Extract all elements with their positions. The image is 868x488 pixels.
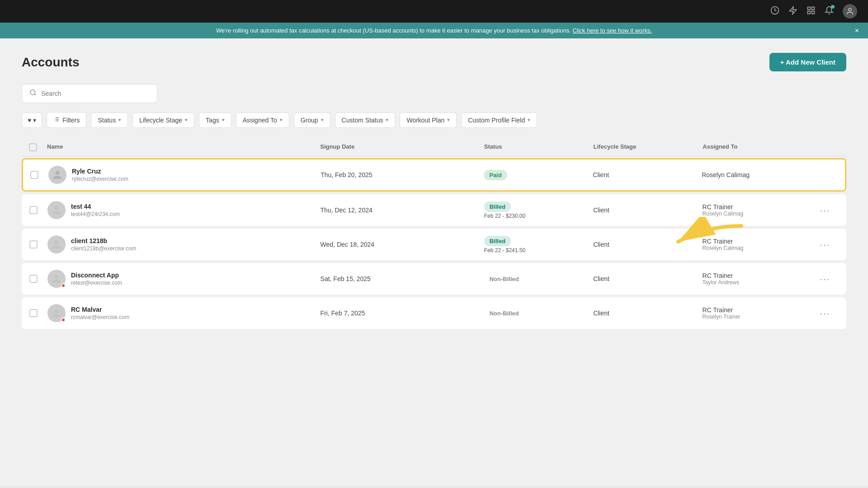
lifecycle-chevron: ▾ (185, 117, 188, 123)
more-options-disconnect-app[interactable]: ··· (811, 274, 839, 284)
user-name-rc-malvar: RC Malvar (71, 306, 129, 313)
status-badge-disconnect-app: Non-Billed (484, 274, 524, 284)
col-lifecycle: Lifecycle Stage (594, 143, 703, 151)
status-badge-test44: Billed (484, 202, 511, 212)
add-new-client-button[interactable]: + Add New Client (769, 53, 846, 71)
lifecycle-disconnect-app: Client (593, 275, 702, 282)
custom-status-chevron: ▾ (386, 117, 388, 123)
group-chevron: ▾ (321, 117, 324, 123)
row-checkbox-test44[interactable] (29, 206, 38, 214)
bell-icon[interactable] (825, 6, 834, 17)
assigned-sub-rc-malvar: Roselyn Trainer (703, 314, 811, 320)
assigned-to-chevron: ▾ (280, 117, 283, 123)
svg-rect-3 (812, 7, 815, 9)
lifecycle-stage-filter[interactable]: Lifecycle Stage ▾ (132, 113, 194, 128)
assigned-sub-disconnect-app: Taylor Andrews (703, 279, 811, 286)
more-options-client1218b[interactable]: ··· (811, 239, 839, 250)
svg-point-7 (30, 90, 35, 95)
lifecycle-test44: Client (593, 206, 702, 214)
history-icon[interactable] (770, 6, 779, 17)
avatar-client1218b (47, 235, 66, 253)
status-chevron: ▾ (118, 117, 121, 123)
user-info-rc-malvar: RC Malvar rcmalvar@exercise.com (47, 304, 321, 322)
status-filter[interactable]: Status ▾ (91, 113, 128, 128)
user-email-disconnect-app: retest@exercise.com (71, 280, 122, 286)
banner-link[interactable]: Click here to see how it works. (572, 27, 652, 34)
user-email-test44: test44@24r234.com (71, 211, 120, 217)
filters-button[interactable]: Filters (47, 112, 86, 128)
workout-plan-filter[interactable]: Workout Plan ▾ (400, 113, 457, 128)
heart-icon: ♥ (28, 117, 31, 124)
svg-rect-5 (812, 11, 815, 14)
col-signup-date: Signup Date (320, 143, 484, 151)
user-info-ryle-cruz: Ryle Cruz rylecruz@exercise.com (48, 166, 321, 184)
row-checkbox-disconnect-app[interactable] (29, 275, 38, 283)
user-name-ryle-cruz: Ryle Cruz (72, 168, 128, 175)
billed-date-test44: Feb 22 - $230.00 (484, 213, 593, 219)
assigned-name-test44: RC Trainer (703, 203, 811, 211)
tags-filter[interactable]: Tags ▾ (199, 113, 231, 128)
table-row[interactable]: Disconnect App retest@exercise.com Sat, … (22, 263, 846, 295)
svg-rect-2 (808, 7, 811, 9)
banner-text: We're rolling out automated tax calculat… (216, 27, 571, 34)
search-icon (29, 89, 37, 98)
table-row[interactable]: Ryle Cruz rylecruz@exercise.com Thu, Feb… (22, 158, 846, 192)
row-checkbox-client1218b[interactable] (29, 240, 38, 249)
search-bar (22, 84, 157, 103)
group-filter[interactable]: Group ▾ (294, 113, 330, 128)
custom-profile-field-filter[interactable]: Custom Profile Field ▾ (461, 113, 537, 128)
status-badge-ryle-cruz: Paid (484, 170, 507, 180)
table-row[interactable]: RC Malvar rcmalvar@exercise.com Fri, Feb… (22, 297, 846, 329)
more-options-test44[interactable]: ··· (811, 205, 839, 216)
filter-row: ♥ ▾ Filters Status ▾ Lifecycle Stage ▾ T… (22, 112, 846, 128)
user-email-rc-malvar: rcmalvar@exercise.com (71, 314, 129, 320)
page-title: Accounts (22, 55, 80, 70)
user-email-client1218b: client1218b@exercise.com (71, 245, 136, 252)
heart-chevron: ▾ (33, 117, 36, 124)
col-name: Name (47, 143, 320, 151)
row-checkbox-ryle-cruz[interactable] (30, 171, 38, 179)
assigned-ryle-cruz: Roselyn Calimag (702, 171, 811, 178)
page-header: Accounts + Add New Client (22, 53, 846, 71)
assigned-name-rc-malvar: RC Trainer (703, 306, 811, 314)
workout-plan-label: Workout Plan (406, 117, 444, 124)
lifecycle-ryle-cruz: Client (593, 171, 702, 178)
svg-line-8 (34, 94, 36, 95)
lightning-icon[interactable] (788, 6, 797, 17)
svg-point-6 (849, 8, 851, 11)
workout-plan-chevron: ▾ (447, 117, 450, 123)
user-name-test44: test 44 (71, 203, 120, 210)
banner-close[interactable]: × (855, 27, 859, 35)
user-email-ryle-cruz: rylecruz@exercise.com (72, 176, 128, 182)
user-name-disconnect-app: Disconnect App (71, 272, 122, 279)
custom-status-filter[interactable]: Custom Status ▾ (335, 113, 396, 128)
avatar[interactable] (843, 4, 857, 19)
avatar-rc-malvar (47, 304, 66, 322)
signup-date-ryle-cruz: Thu, Feb 20, 2025 (321, 171, 484, 178)
heart-filter[interactable]: ♥ ▾ (22, 113, 42, 128)
avatar-test44 (47, 201, 66, 219)
status-badge-rc-malvar: Non-Billed (484, 308, 524, 319)
assigned-to-filter[interactable]: Assigned To ▾ (236, 113, 289, 128)
signup-date-test44: Thu, Dec 12, 2024 (321, 206, 484, 214)
assigned-to-label: Assigned To (243, 117, 277, 124)
svg-rect-4 (808, 11, 811, 14)
avatar-ryle-cruz (48, 166, 66, 184)
lifecycle-rc-malvar: Client (593, 310, 702, 317)
signup-date-client1218b: Wed, Dec 18, 2024 (321, 241, 484, 248)
more-options-rc-malvar[interactable]: ··· (811, 308, 839, 319)
filters-icon (53, 116, 60, 124)
status-filter-label: Status (98, 117, 116, 124)
notification-dot (831, 5, 835, 9)
custom-profile-field-label: Custom Profile Field (468, 117, 525, 124)
signup-date-disconnect-app: Sat, Feb 15, 2025 (321, 275, 484, 282)
assigned-name-disconnect-app: RC Trainer (703, 272, 811, 279)
row-checkbox-rc-malvar[interactable] (29, 309, 38, 317)
grid-icon[interactable] (807, 6, 816, 17)
billed-date-client1218b: Feb 22 - $241.50 (484, 247, 593, 253)
search-input[interactable] (41, 90, 150, 97)
custom-profile-field-chevron: ▾ (528, 117, 530, 123)
select-all-checkbox[interactable] (29, 143, 37, 151)
user-info-test44: test 44 test44@24r234.com (47, 201, 321, 219)
banner: We're rolling out automated tax calculat… (0, 23, 868, 38)
